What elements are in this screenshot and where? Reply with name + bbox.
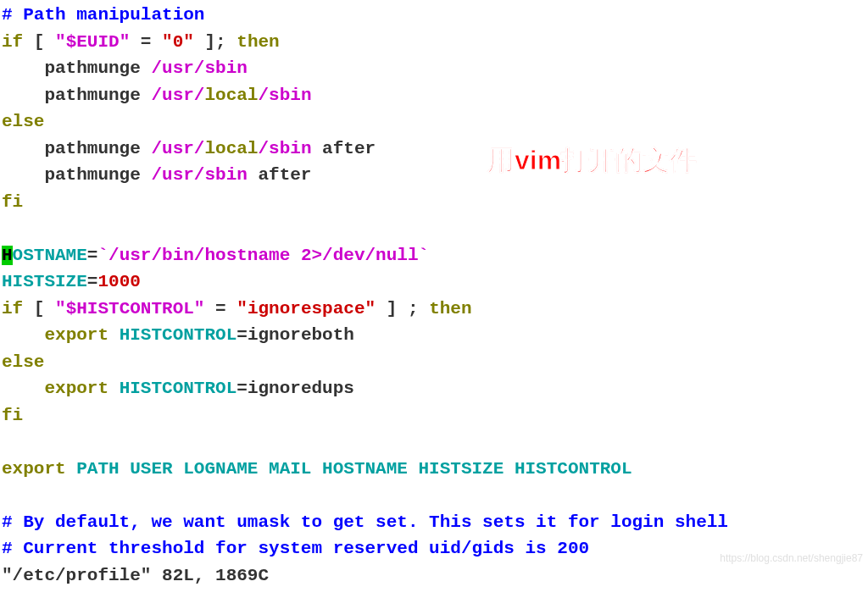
code-line: pathmunge /usr/sbin [2, 55, 866, 82]
code-line: export PATH USER LOGNAME MAIL HOSTNAME H… [2, 456, 866, 483]
code-line: # By default, we want umask to get set. … [2, 509, 866, 536]
annotation-label: 用vim打开的文件 [487, 140, 697, 180]
code-line: pathmunge /usr/local/sbin after [2, 136, 866, 163]
code-line: if [ "$HISTCONTROL" = "ignorespace" ] ; … [2, 296, 866, 323]
code-line: pathmunge /usr/sbin after [2, 162, 866, 189]
code-line: else [2, 349, 866, 376]
vim-editor[interactable]: # Path manipulation if [ "$EUID" = "0" ]… [2, 2, 866, 589]
code-line: export HISTCONTROL=ignoredups [2, 375, 866, 402]
code-line: HISTSIZE=1000 [2, 269, 866, 296]
cursor-position: H [2, 246, 13, 265]
code-line: fi [2, 402, 866, 429]
blank-line [2, 429, 866, 456]
blank-line [2, 482, 866, 509]
code-line: if [ "$EUID" = "0" ]; then [2, 29, 866, 56]
code-line: export HISTCONTROL=ignoreboth [2, 322, 866, 349]
vim-status-line: "/etc/profile" 82L, 1869C [2, 562, 866, 590]
code-line: else [2, 108, 866, 136]
code-line: fi [2, 189, 866, 216]
code-line: pathmunge /usr/local/sbin [2, 82, 866, 109]
blank-line [2, 215, 866, 242]
watermark-text: https://blog.csdn.net/shengjie87 [720, 551, 863, 566]
code-line: HOSTNAME=`/usr/bin/hostname 2>/dev/null` [2, 242, 866, 269]
code-line: # Path manipulation [2, 2, 866, 29]
